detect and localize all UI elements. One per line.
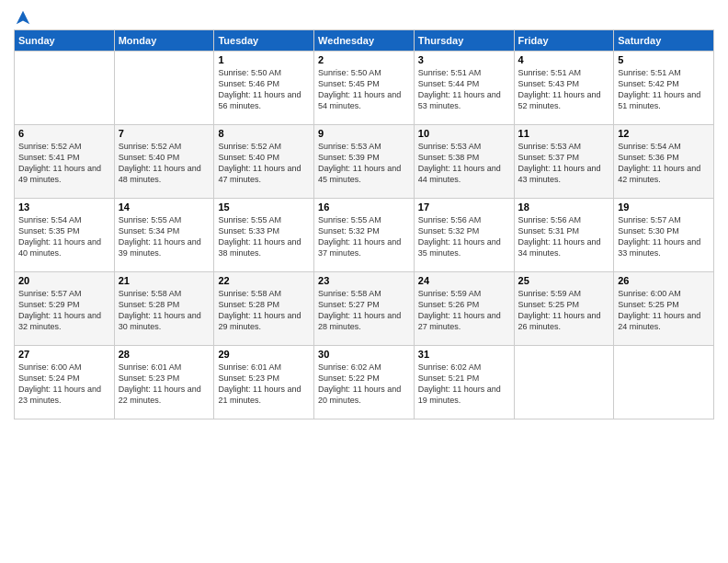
- logo-icon: [15, 9, 31, 26]
- calendar-cell: 2Sunrise: 5:50 AM Sunset: 5:45 PM Daylig…: [314, 52, 415, 125]
- day-number: 18: [518, 201, 610, 213]
- calendar-header-tuesday: Tuesday: [214, 30, 314, 52]
- calendar-week-row: 20Sunrise: 5:57 AM Sunset: 5:29 PM Dayli…: [15, 272, 714, 346]
- calendar-cell: 5Sunrise: 5:51 AM Sunset: 5:42 PM Daylig…: [614, 52, 714, 125]
- calendar-cell: 4Sunrise: 5:51 AM Sunset: 5:43 PM Daylig…: [514, 52, 614, 125]
- day-number: 21: [119, 275, 210, 286]
- calendar-cell: 22Sunrise: 5:58 AM Sunset: 5:28 PM Dayli…: [214, 272, 314, 346]
- day-info: Sunrise: 5:54 AM Sunset: 5:36 PM Dayligh…: [618, 141, 710, 186]
- day-info: Sunrise: 5:52 AM Sunset: 5:40 PM Dayligh…: [218, 141, 310, 186]
- day-info: Sunrise: 5:58 AM Sunset: 5:27 PM Dayligh…: [318, 288, 410, 333]
- day-info: Sunrise: 5:51 AM Sunset: 5:44 PM Dayligh…: [418, 67, 510, 112]
- calendar-cell: 17Sunrise: 5:56 AM Sunset: 5:32 PM Dayli…: [414, 199, 514, 272]
- calendar-cell: 31Sunrise: 6:02 AM Sunset: 5:21 PM Dayli…: [414, 346, 514, 419]
- day-info: Sunrise: 5:55 AM Sunset: 5:32 PM Dayligh…: [318, 214, 410, 259]
- day-number: 20: [18, 275, 110, 286]
- day-info: Sunrise: 5:58 AM Sunset: 5:28 PM Dayligh…: [119, 288, 210, 333]
- day-number: 16: [318, 201, 410, 213]
- day-number: 3: [418, 54, 510, 65]
- day-number: 7: [119, 128, 210, 139]
- day-number: 19: [618, 201, 710, 213]
- calendar-header-thursday: Thursday: [414, 30, 514, 52]
- calendar-header-saturday: Saturday: [614, 30, 714, 52]
- calendar-cell: 16Sunrise: 5:55 AM Sunset: 5:32 PM Dayli…: [314, 199, 415, 272]
- day-info: Sunrise: 5:52 AM Sunset: 5:41 PM Dayligh…: [18, 141, 110, 186]
- calendar-cell: 24Sunrise: 5:59 AM Sunset: 5:26 PM Dayli…: [414, 272, 514, 346]
- day-info: Sunrise: 5:50 AM Sunset: 5:46 PM Dayligh…: [218, 67, 310, 112]
- day-info: Sunrise: 5:56 AM Sunset: 5:32 PM Dayligh…: [418, 214, 510, 259]
- calendar-cell: 6Sunrise: 5:52 AM Sunset: 5:41 PM Daylig…: [15, 125, 115, 199]
- day-info: Sunrise: 5:51 AM Sunset: 5:42 PM Dayligh…: [618, 67, 710, 112]
- day-info: Sunrise: 5:59 AM Sunset: 5:25 PM Dayligh…: [518, 288, 610, 333]
- day-info: Sunrise: 5:53 AM Sunset: 5:39 PM Dayligh…: [318, 141, 410, 186]
- calendar-cell: [114, 52, 214, 125]
- calendar-week-row: 27Sunrise: 6:00 AM Sunset: 5:24 PM Dayli…: [15, 346, 714, 419]
- day-info: Sunrise: 5:57 AM Sunset: 5:30 PM Dayligh…: [618, 214, 710, 259]
- day-info: Sunrise: 5:50 AM Sunset: 5:45 PM Dayligh…: [318, 67, 410, 112]
- calendar-cell: 29Sunrise: 6:01 AM Sunset: 5:23 PM Dayli…: [214, 346, 314, 419]
- day-info: Sunrise: 5:51 AM Sunset: 5:43 PM Dayligh…: [518, 67, 610, 112]
- calendar-cell: 14Sunrise: 5:55 AM Sunset: 5:34 PM Dayli…: [114, 199, 214, 272]
- calendar-cell: 27Sunrise: 6:00 AM Sunset: 5:24 PM Dayli…: [15, 346, 115, 419]
- calendar-header-monday: Monday: [114, 30, 214, 52]
- calendar-header-sunday: Sunday: [15, 30, 115, 52]
- day-info: Sunrise: 6:02 AM Sunset: 5:22 PM Dayligh…: [318, 362, 410, 407]
- day-number: 8: [218, 128, 310, 139]
- calendar-cell: 10Sunrise: 5:53 AM Sunset: 5:38 PM Dayli…: [414, 125, 514, 199]
- day-number: 9: [318, 128, 410, 139]
- calendar-cell: 30Sunrise: 6:02 AM Sunset: 5:22 PM Dayli…: [314, 346, 415, 419]
- calendar-header-friday: Friday: [514, 30, 614, 52]
- calendar-header-row: SundayMondayTuesdayWednesdayThursdayFrid…: [15, 30, 714, 52]
- calendar-week-row: 1Sunrise: 5:50 AM Sunset: 5:46 PM Daylig…: [15, 52, 714, 125]
- calendar-cell: 8Sunrise: 5:52 AM Sunset: 5:40 PM Daylig…: [214, 125, 314, 199]
- calendar-cell: 1Sunrise: 5:50 AM Sunset: 5:46 PM Daylig…: [214, 52, 314, 125]
- calendar-week-row: 6Sunrise: 5:52 AM Sunset: 5:41 PM Daylig…: [15, 125, 714, 199]
- day-info: Sunrise: 5:56 AM Sunset: 5:31 PM Dayligh…: [518, 214, 610, 259]
- calendar-table: SundayMondayTuesdayWednesdayThursdayFrid…: [14, 29, 714, 419]
- calendar-cell: 12Sunrise: 5:54 AM Sunset: 5:36 PM Dayli…: [614, 125, 714, 199]
- calendar-cell: 25Sunrise: 5:59 AM Sunset: 5:25 PM Dayli…: [514, 272, 614, 346]
- header: [14, 9, 714, 22]
- day-number: 12: [618, 128, 710, 139]
- calendar-cell: 23Sunrise: 5:58 AM Sunset: 5:27 PM Dayli…: [314, 272, 415, 346]
- day-info: Sunrise: 6:00 AM Sunset: 5:24 PM Dayligh…: [18, 362, 110, 407]
- day-number: 11: [518, 128, 610, 139]
- day-number: 2: [318, 54, 410, 65]
- day-number: 6: [18, 128, 110, 139]
- calendar-cell: 20Sunrise: 5:57 AM Sunset: 5:29 PM Dayli…: [15, 272, 115, 346]
- logo: [14, 9, 31, 22]
- calendar-cell: [15, 52, 115, 125]
- day-info: Sunrise: 6:01 AM Sunset: 5:23 PM Dayligh…: [119, 362, 210, 407]
- day-number: 4: [518, 54, 610, 65]
- day-number: 31: [418, 349, 510, 360]
- day-number: 22: [218, 275, 310, 286]
- calendar-cell: 15Sunrise: 5:55 AM Sunset: 5:33 PM Dayli…: [214, 199, 314, 272]
- day-info: Sunrise: 5:57 AM Sunset: 5:29 PM Dayligh…: [18, 288, 110, 333]
- calendar-cell: 28Sunrise: 6:01 AM Sunset: 5:23 PM Dayli…: [114, 346, 214, 419]
- day-number: 1: [218, 54, 310, 65]
- day-info: Sunrise: 6:00 AM Sunset: 5:25 PM Dayligh…: [618, 288, 710, 333]
- calendar-cell: 9Sunrise: 5:53 AM Sunset: 5:39 PM Daylig…: [314, 125, 415, 199]
- day-info: Sunrise: 5:54 AM Sunset: 5:35 PM Dayligh…: [18, 214, 110, 259]
- calendar-cell: 13Sunrise: 5:54 AM Sunset: 5:35 PM Dayli…: [15, 199, 115, 272]
- calendar-header-wednesday: Wednesday: [314, 30, 415, 52]
- calendar-cell: 26Sunrise: 6:00 AM Sunset: 5:25 PM Dayli…: [614, 272, 714, 346]
- day-number: 10: [418, 128, 510, 139]
- day-number: 26: [618, 275, 710, 286]
- day-info: Sunrise: 5:58 AM Sunset: 5:28 PM Dayligh…: [218, 288, 310, 333]
- day-number: 17: [418, 201, 510, 213]
- calendar-cell: [614, 346, 714, 419]
- day-info: Sunrise: 5:53 AM Sunset: 5:37 PM Dayligh…: [518, 141, 610, 186]
- day-number: 5: [618, 54, 710, 65]
- day-info: Sunrise: 5:55 AM Sunset: 5:33 PM Dayligh…: [218, 214, 310, 259]
- calendar-cell: [514, 346, 614, 419]
- day-number: 14: [119, 201, 210, 213]
- calendar-cell: 21Sunrise: 5:58 AM Sunset: 5:28 PM Dayli…: [114, 272, 214, 346]
- day-number: 15: [218, 201, 310, 213]
- day-info: Sunrise: 5:52 AM Sunset: 5:40 PM Dayligh…: [119, 141, 210, 186]
- day-info: Sunrise: 5:55 AM Sunset: 5:34 PM Dayligh…: [119, 214, 210, 259]
- day-number: 25: [518, 275, 610, 286]
- calendar-cell: 19Sunrise: 5:57 AM Sunset: 5:30 PM Dayli…: [614, 199, 714, 272]
- day-number: 24: [418, 275, 510, 286]
- day-info: Sunrise: 5:53 AM Sunset: 5:38 PM Dayligh…: [418, 141, 510, 186]
